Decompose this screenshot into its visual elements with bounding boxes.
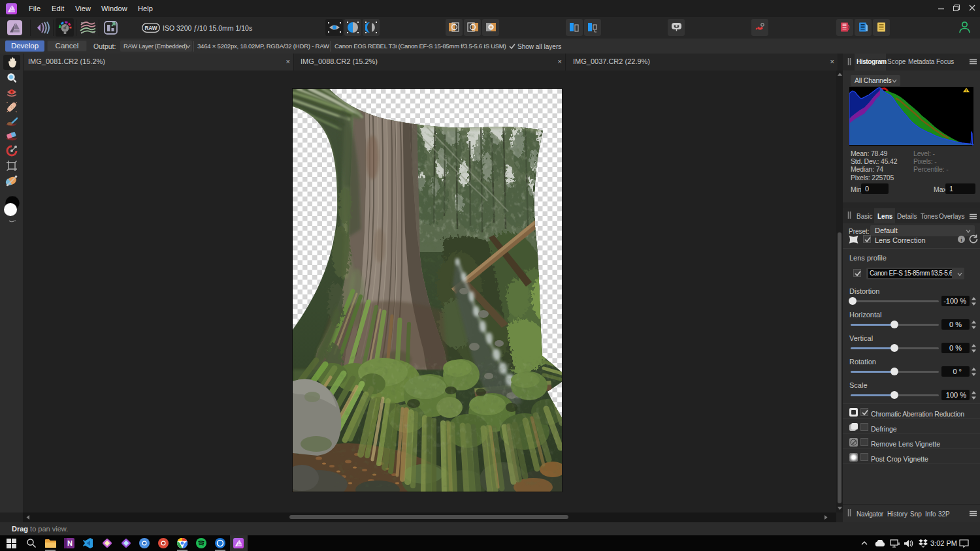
svg-text:N: N bbox=[67, 539, 73, 547]
svg-text:RAW: RAW bbox=[144, 25, 157, 31]
